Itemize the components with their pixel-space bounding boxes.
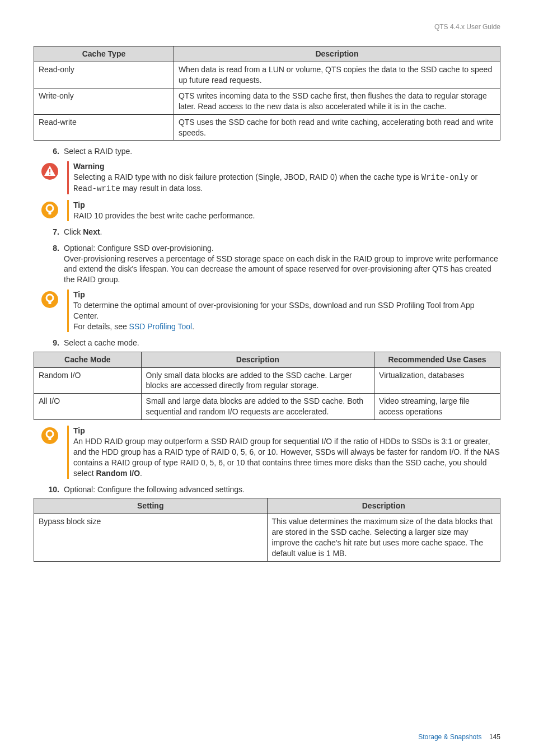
tip-text: An HDD RAID group may outperform a SSD R… <box>73 436 500 479</box>
tip-text: RAID 10 provides the best write cache pe… <box>73 211 500 221</box>
cache-type-desc: When data is read from a LUN or volume, … <box>174 62 500 88</box>
svg-rect-2 <box>49 174 50 175</box>
step-10: 10. Optional: Configure the following ad… <box>34 484 500 495</box>
svg-rect-5 <box>49 212 51 214</box>
tip-callout: Tip To determine the optimal amount of o… <box>35 290 500 332</box>
step-text: Select a cache mode. <box>64 338 500 348</box>
step-text: Optional: Configure the following advanc… <box>64 484 500 495</box>
step-6: 6. Select a RAID type. <box>34 146 500 157</box>
settings-head-setting: Setting <box>34 498 268 514</box>
tip-title: Tip <box>73 426 500 436</box>
cache-type-cell: Write-only <box>34 88 174 114</box>
tip-callout: Tip RAID 10 provides the best write cach… <box>35 200 500 221</box>
settings-desc: This value determines the maximum size o… <box>267 514 500 562</box>
settings-cell: Bypass block size <box>34 514 268 562</box>
table-row: Random I/O Only small data blocks are ad… <box>34 367 500 394</box>
table-row: Bypass block size This value determines … <box>34 514 500 562</box>
table-row: Read-write QTS uses the SSD cache for bo… <box>34 114 500 141</box>
ssd-profiling-tool-link[interactable]: SSD Profiling Tool <box>129 322 193 331</box>
settings-head-desc: Description <box>267 498 500 514</box>
doc-header-title: QTS 4.4.x User Guide <box>34 22 500 31</box>
warning-title: Warning <box>73 161 500 172</box>
table-row: Write-only QTS writes incoming data to t… <box>34 88 500 114</box>
cache-mode-rec: Video streaming, large file access opera… <box>374 394 500 420</box>
step-number: 6. <box>34 146 64 157</box>
cache-mode-head-mode: Cache Mode <box>34 352 142 367</box>
cache-mode-desc: Small and large data blocks are added to… <box>141 394 374 420</box>
cache-type-head-desc: Description <box>174 46 500 62</box>
cache-type-head-type: Cache Type <box>34 46 174 62</box>
cache-mode-cell: Random I/O <box>34 367 142 394</box>
cache-mode-head-rec: Recommended Use Cases <box>374 352 500 367</box>
cache-type-cell: Read-only <box>34 62 174 88</box>
table-row: Read-only When data is read from a LUN o… <box>34 62 500 88</box>
tip-icon <box>35 290 65 309</box>
step-number: 10. <box>34 484 64 495</box>
tip-icon <box>35 200 65 219</box>
tip-title: Tip <box>73 290 500 300</box>
cache-mode-desc: Only small data blocks are added to the … <box>141 367 374 394</box>
cache-mode-table: Cache Mode Description Recommended Use C… <box>34 352 500 420</box>
footer-page-number: 145 <box>489 733 500 741</box>
cache-mode-cell: All I/O <box>34 394 142 420</box>
warning-text: Selecting a RAID type with no disk failu… <box>73 172 500 194</box>
cache-type-desc: QTS uses the SSD cache for both read and… <box>174 114 500 141</box>
svg-rect-1 <box>49 169 50 172</box>
svg-rect-11 <box>49 437 51 440</box>
step-7: 7. Click Next. <box>34 227 500 237</box>
cache-type-desc: QTS writes incoming data to the SSD cach… <box>174 88 500 114</box>
step-text: Click Next. <box>64 227 500 237</box>
step-number: 9. <box>34 338 64 348</box>
tip-callout: Tip An HDD RAID group may outperform a S… <box>35 426 500 478</box>
step-8: 8. Optional: Configure SSD over-provisio… <box>34 243 500 286</box>
step-9: 9. Select a cache mode. <box>34 338 500 348</box>
cache-type-cell: Read-write <box>34 114 174 141</box>
cache-mode-rec: Virtualization, databases <box>374 367 500 394</box>
warning-callout: Warning Selecting a RAID type with no di… <box>35 161 500 194</box>
tip-title: Tip <box>73 200 500 211</box>
cache-type-table: Cache Type Description Read-only When da… <box>34 46 500 141</box>
step-text: Optional: Configure SSD over-provisionin… <box>64 243 500 286</box>
footer-section: Storage & Snapshots <box>418 733 481 741</box>
tip-icon <box>35 426 65 445</box>
warning-icon <box>35 161 65 180</box>
step-text: Select a RAID type. <box>64 146 500 157</box>
cache-mode-head-desc: Description <box>141 352 374 367</box>
step-number: 7. <box>34 227 64 237</box>
advanced-settings-table: Setting Description Bypass block size Th… <box>34 498 500 561</box>
tip-text: To determine the optimal amount of over-… <box>73 300 500 332</box>
step-number: 8. <box>34 243 64 254</box>
page-footer: Storage & Snapshots 145 <box>418 732 500 741</box>
table-row: All I/O Small and large data blocks are … <box>34 394 500 420</box>
svg-rect-8 <box>49 301 51 304</box>
